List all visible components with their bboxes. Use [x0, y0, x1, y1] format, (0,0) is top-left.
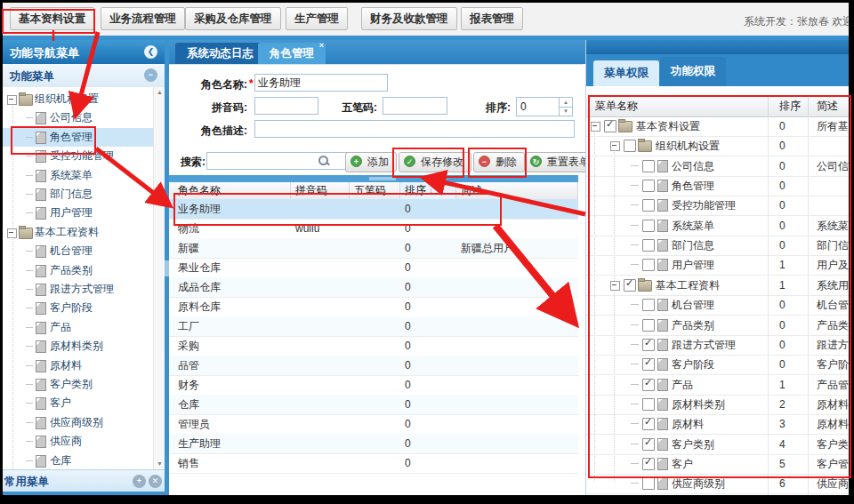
horizontal-splitter[interactable]: [169, 175, 583, 182]
permission-tree-row[interactable]: 部门信息0部门信: [586, 236, 850, 256]
sidebar-tree-item[interactable]: 跟进方式管理: [3, 280, 153, 299]
sidebar-tree-item[interactable]: 客户阶段: [3, 299, 153, 317]
menu-item-2[interactable]: 业务流程管理: [101, 7, 185, 30]
tab-system-log[interactable]: 系统动态日志: [175, 43, 265, 64]
expand-icon[interactable]: [610, 281, 620, 291]
sidebar-tree-item[interactable]: 组织机构设置: [3, 90, 153, 108]
role-table-row[interactable]: 品管0: [169, 356, 578, 376]
tab-role-management[interactable]: 角色管理 ×: [258, 43, 326, 64]
role-table-row[interactable]: 原料仓库0: [169, 297, 578, 317]
role-table-row[interactable]: 生产助理0: [169, 434, 578, 454]
role-table-row[interactable]: 成品仓库0: [169, 277, 578, 298]
role-table-row[interactable]: 新疆0新疆总用户: [169, 238, 578, 259]
column-header[interactable]: 简述: [456, 182, 578, 199]
checkbox-unchecked[interactable]: [642, 398, 655, 411]
permission-tree-row[interactable]: 客户阶段0客户阶: [586, 355, 850, 375]
checkbox-unchecked[interactable]: [642, 160, 655, 172]
tab-menu-permissions[interactable]: 菜单权限: [593, 60, 659, 86]
toolbar-button-1[interactable]: +添加: [345, 152, 397, 172]
spin-down-icon[interactable]: ▼: [560, 107, 572, 116]
splitter-handle[interactable]: [369, 177, 396, 180]
sidebar-tree-item[interactable]: 原材料类别: [3, 337, 153, 356]
permission-tree-row[interactable]: 跟进方式管理0跟进方: [586, 335, 850, 356]
column-header[interactable]: 排序: [769, 96, 809, 116]
checkbox-unchecked[interactable]: [642, 299, 655, 311]
search-icon[interactable]: [318, 156, 328, 165]
role-table-row[interactable]: 工厂0: [169, 316, 578, 337]
sidebar-tree-item[interactable]: 仓库: [3, 452, 153, 469]
role-table-row[interactable]: 仓库0: [169, 395, 578, 415]
sidebar-tree-item[interactable]: 受控功能管理: [3, 147, 153, 165]
permission-tree-row[interactable]: 系统菜单0系统菜: [586, 216, 850, 236]
menu-item-5[interactable]: 财务及收款管理: [361, 7, 457, 30]
checkbox-unchecked[interactable]: [642, 319, 655, 332]
sidebar-tree-item[interactable]: 基本工程资料: [3, 223, 153, 242]
toolbar-button-2[interactable]: ✓保存修改: [399, 152, 471, 172]
checkbox-checked[interactable]: [624, 279, 636, 292]
menu-item-3[interactable]: 采购及仓库管理: [185, 7, 281, 30]
column-header[interactable]: 排序↓: [400, 182, 456, 199]
checkbox-checked[interactable]: [642, 339, 655, 351]
sidebar-bottom-bar[interactable]: 常用菜单 + ✕: [3, 469, 165, 492]
permission-tree-row[interactable]: 组织机构设置0: [586, 136, 850, 156]
sidebar-tree-item[interactable]: 产品类别: [3, 261, 153, 280]
collapse-left-icon[interactable]: ❮: [144, 45, 157, 59]
role-table-row[interactable]: 销售0: [169, 453, 578, 474]
sidebar-tree-item[interactable]: 用户管理: [3, 204, 153, 222]
permission-tree-row[interactable]: 基本资料设置0所有基: [586, 116, 850, 137]
column-header[interactable]: 角色名称: [169, 182, 291, 199]
menu-item-4[interactable]: 生产管理: [286, 7, 348, 30]
permission-tree-row[interactable]: 产品1产品管: [586, 375, 850, 396]
menu-item-1[interactable]: 基本资料设置: [10, 7, 94, 30]
permission-tree-row[interactable]: 原材料类别2原材料: [586, 395, 850, 415]
expand-icon[interactable]: [610, 141, 620, 151]
menu-item-6[interactable]: 报表管理: [461, 7, 523, 30]
checkbox-checked[interactable]: [642, 458, 655, 470]
minus-icon[interactable]: −: [144, 68, 157, 82]
role-table-row[interactable]: 采购0: [169, 336, 578, 356]
column-header[interactable]: 简述: [809, 96, 850, 116]
sidebar-tree-item[interactable]: 供应商级别: [3, 413, 153, 432]
expand-icon[interactable]: [7, 228, 17, 238]
sort-spinner[interactable]: 0 ▲ ▼: [516, 97, 573, 116]
sidebar-tree-item[interactable]: 客户: [3, 394, 153, 412]
column-header[interactable]: 五笔码: [350, 182, 400, 199]
close-icon[interactable]: ✕: [149, 475, 162, 488]
permission-tree-row[interactable]: 原材料3原材料: [586, 414, 850, 435]
sidebar-scrollbar[interactable]: ▲ ▼: [153, 87, 165, 469]
permission-tree-row[interactable]: 受控功能管理0: [586, 196, 850, 216]
sidebar-tree-item[interactable]: 部门信息: [3, 185, 153, 204]
checkbox-unchecked[interactable]: [642, 220, 655, 232]
sidebar-tree-item[interactable]: 系统菜单: [3, 166, 153, 185]
expand-icon[interactable]: [7, 95, 17, 105]
tab-function-permissions[interactable]: 功能权限: [660, 57, 726, 86]
role-table-row[interactable]: 业务助理0: [169, 199, 578, 220]
checkbox-checked[interactable]: [604, 120, 616, 132]
sidebar-section-header[interactable]: 功能菜单 −: [3, 64, 165, 88]
permission-tree-row[interactable]: 公司信息0公司信: [586, 156, 850, 177]
permission-tree-row[interactable]: 基本工程资料1系统用: [586, 276, 850, 296]
checkbox-checked[interactable]: [642, 358, 655, 371]
permission-tree-row[interactable]: 产品类别0产品类: [586, 316, 850, 336]
role-name-input[interactable]: [254, 74, 388, 92]
sidebar-tree-item[interactable]: 原材料: [3, 356, 153, 375]
sidebar-tree-item[interactable]: 角色管理: [3, 128, 153, 147]
sidebar-tree-item[interactable]: 产品: [3, 318, 153, 337]
sidebar-tree-item[interactable]: 机台管理: [3, 242, 153, 260]
checkbox-unchecked[interactable]: [642, 239, 655, 252]
sidebar-tree-item[interactable]: 公司信息: [3, 108, 153, 127]
checkbox-checked[interactable]: [642, 379, 655, 391]
checkbox-unchecked[interactable]: [642, 199, 655, 212]
column-header[interactable]: 拼音码: [291, 182, 350, 199]
checkbox-unchecked[interactable]: [642, 259, 655, 271]
tab-close-icon[interactable]: ×: [319, 41, 324, 50]
permission-tree-row[interactable]: 客户类别4客户类: [586, 435, 850, 455]
role-table-row[interactable]: 物流wuliu0: [169, 219, 578, 239]
checkbox-unchecked[interactable]: [642, 477, 655, 490]
permission-tree-row[interactable]: 客户5客户管: [586, 454, 850, 475]
role-table-row[interactable]: 管理员0: [169, 414, 578, 435]
role-table-row[interactable]: 财务0: [169, 375, 578, 396]
sidebar-tree-item[interactable]: 供应商: [3, 432, 153, 451]
role-table-row[interactable]: 果业仓库0: [169, 258, 578, 278]
permission-tree-row[interactable]: 用户管理1用户及: [586, 255, 850, 276]
